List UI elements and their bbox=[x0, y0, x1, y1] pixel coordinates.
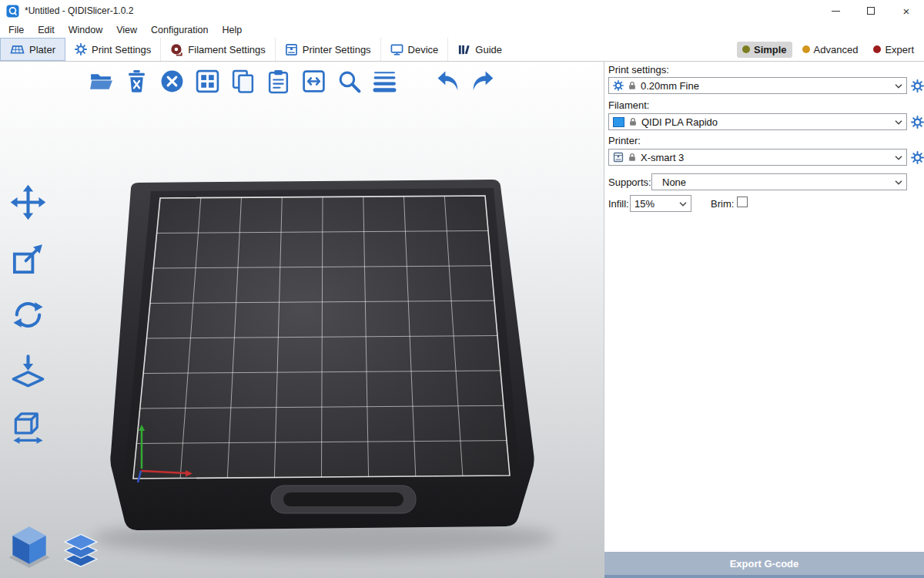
maximize-button[interactable] bbox=[853, 0, 889, 22]
printer-combo[interactable]: X-smart 3 bbox=[608, 149, 907, 166]
toolbar-separator bbox=[405, 81, 427, 82]
chevron-down-icon bbox=[895, 84, 902, 89]
undo-button[interactable] bbox=[433, 66, 462, 96]
mode-advanced-label: Advanced bbox=[814, 44, 859, 55]
delete-button[interactable] bbox=[122, 66, 151, 96]
print-settings-combo[interactable]: 0.20mm Fine bbox=[608, 77, 907, 94]
gizmo-toolbar bbox=[8, 182, 48, 447]
titlebar: *Untitled - QIDISlicer-1.0.2 × bbox=[0, 0, 924, 22]
tab-guide[interactable]: Guide bbox=[448, 38, 511, 61]
arrange-button[interactable] bbox=[192, 66, 222, 96]
open-folder-button[interactable] bbox=[86, 66, 116, 96]
menu-file[interactable]: File bbox=[2, 23, 31, 37]
tab-plater-label: Plater bbox=[29, 44, 55, 55]
copy-icon bbox=[230, 69, 256, 94]
settings-panel: Print settings: 0.20mm Fine Filament: QI… bbox=[604, 62, 924, 578]
filament-gear-button[interactable] bbox=[911, 116, 924, 129]
paste-icon bbox=[266, 69, 291, 94]
menu-view[interactable]: View bbox=[109, 23, 144, 37]
scale-button[interactable] bbox=[8, 238, 48, 278]
variable-layer-height-button[interactable] bbox=[370, 66, 399, 96]
filament-label: Filament: bbox=[608, 99, 649, 111]
window-title: *Untitled - QIDISlicer-1.0.2 bbox=[25, 5, 133, 16]
print-bed bbox=[0, 62, 604, 578]
export-area: Export G-code bbox=[604, 552, 924, 578]
infill-combo[interactable]: 15% bbox=[630, 195, 691, 212]
supports-combo[interactable]: None bbox=[651, 173, 907, 190]
copy-button[interactable] bbox=[228, 66, 257, 96]
tab-device[interactable]: Device bbox=[381, 38, 449, 61]
chevron-down-icon bbox=[679, 202, 687, 207]
gear-icon bbox=[75, 43, 87, 55]
measure-button[interactable] bbox=[8, 407, 48, 447]
printer-icon bbox=[613, 152, 624, 163]
maximize-icon bbox=[867, 7, 875, 15]
export-gcode-button[interactable]: Export G-code bbox=[604, 552, 924, 575]
chevron-down-icon bbox=[895, 156, 902, 160]
layers-preview-button[interactable] bbox=[62, 532, 100, 570]
infill-value: 15% bbox=[634, 198, 654, 210]
move-button[interactable] bbox=[8, 182, 48, 222]
rotate-button[interactable] bbox=[8, 294, 48, 334]
window-controls: × bbox=[818, 0, 924, 22]
scale-icon bbox=[10, 240, 46, 277]
move-icon bbox=[10, 184, 46, 220]
brim-checkbox[interactable] bbox=[737, 197, 748, 207]
editor-3d-view-button[interactable] bbox=[6, 524, 52, 570]
menu-configuration[interactable]: Configuration bbox=[144, 23, 215, 37]
tab-print-settings[interactable]: Print Settings bbox=[65, 38, 161, 61]
undo-icon bbox=[435, 69, 460, 94]
variable-layer-height-icon bbox=[372, 69, 397, 94]
menu-help[interactable]: Help bbox=[215, 23, 249, 37]
tab-filament-settings[interactable]: Filament Settings bbox=[161, 38, 275, 61]
menu-edit[interactable]: Edit bbox=[31, 23, 62, 37]
viewport-3d[interactable] bbox=[0, 62, 604, 578]
tab-filament-settings-label: Filament Settings bbox=[188, 44, 265, 55]
place-on-face-icon bbox=[10, 353, 46, 389]
mode-simple-label: Simple bbox=[754, 44, 787, 55]
chevron-down-icon bbox=[895, 120, 902, 125]
printer-gear-button[interactable] bbox=[911, 151, 924, 164]
gear-icon bbox=[911, 79, 924, 92]
delete-all-button[interactable] bbox=[157, 66, 186, 96]
export-button-edge bbox=[604, 575, 924, 578]
minimize-button[interactable] bbox=[818, 0, 853, 22]
printer-label: Printer: bbox=[608, 135, 641, 146]
gear-icon bbox=[911, 116, 924, 129]
mode-expert[interactable]: Expert bbox=[868, 42, 919, 58]
guide-books-icon bbox=[457, 43, 470, 56]
expert-mode-dot-icon bbox=[873, 45, 881, 53]
lock-icon bbox=[628, 117, 638, 126]
redo-icon bbox=[470, 69, 496, 94]
search-button[interactable] bbox=[334, 66, 363, 96]
tab-print-settings-label: Print Settings bbox=[92, 44, 151, 55]
instances-button[interactable] bbox=[299, 66, 328, 96]
mode-advanced[interactable]: Advanced bbox=[797, 42, 864, 58]
tab-printer-settings-label: Printer Settings bbox=[303, 44, 371, 55]
paste-button[interactable] bbox=[263, 66, 293, 96]
tabbar: Plater Print Settings Filament Settings … bbox=[0, 38, 924, 62]
search-icon bbox=[336, 69, 362, 94]
app-window: *Untitled - QIDISlicer-1.0.2 × File Edit… bbox=[0, 0, 924, 578]
menubar: File Edit Window View Configuration Help bbox=[0, 22, 924, 38]
tab-plater[interactable]: Plater bbox=[0, 38, 65, 61]
redo-button[interactable] bbox=[468, 66, 497, 96]
tab-guide-label: Guide bbox=[475, 44, 502, 55]
infill-label: Infill: bbox=[608, 198, 629, 210]
filament-color-swatch bbox=[613, 117, 624, 127]
measure-icon bbox=[10, 409, 46, 445]
mode-simple[interactable]: Simple bbox=[737, 42, 792, 58]
tab-printer-settings[interactable]: Printer Settings bbox=[276, 38, 381, 61]
place-on-face-button[interactable] bbox=[8, 351, 48, 391]
simple-mode-dot-icon bbox=[742, 45, 750, 53]
brim-label: Brim: bbox=[711, 198, 734, 210]
advanced-mode-dot-icon bbox=[802, 45, 810, 53]
filament-combo[interactable]: QIDI PLA Rapido bbox=[608, 113, 907, 130]
close-button[interactable]: × bbox=[889, 0, 924, 22]
arrange-icon bbox=[195, 69, 220, 94]
menu-window[interactable]: Window bbox=[62, 23, 109, 37]
print-settings-gear-button[interactable] bbox=[911, 79, 924, 92]
minimize-icon bbox=[832, 11, 840, 12]
app-logo-icon bbox=[6, 5, 19, 18]
cube-3d-icon bbox=[6, 524, 52, 570]
